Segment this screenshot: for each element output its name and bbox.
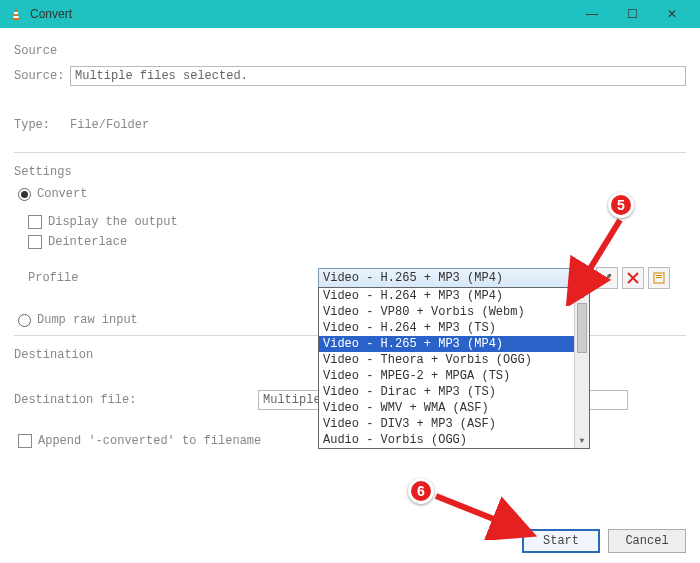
display-output-label: Display the output: [48, 215, 178, 229]
profile-option[interactable]: Video - H.264 + MP3 (TS): [319, 320, 589, 336]
new-profile-button[interactable]: [648, 267, 670, 289]
profile-dropdown[interactable]: Video - H.264 + MP3 (MP4) Video - VP80 +…: [318, 287, 590, 449]
minimize-button[interactable]: —: [572, 0, 612, 28]
append-converted-label: Append '-converted' to filename: [38, 434, 261, 448]
profile-option[interactable]: Video - Theora + Vorbis (OGG): [319, 352, 589, 368]
source-section-label: Source: [14, 44, 686, 58]
profile-option[interactable]: Video - VP80 + Vorbis (Webm): [319, 304, 589, 320]
convert-radio[interactable]: [18, 188, 31, 201]
svg-rect-1: [14, 12, 18, 14]
delete-profile-button[interactable]: [622, 267, 644, 289]
deinterlace-label: Deinterlace: [48, 235, 127, 249]
profile-selected-text: Video - H.265 + MP3 (MP4): [323, 271, 503, 285]
profile-option[interactable]: Video - Dirac + MP3 (TS): [319, 384, 589, 400]
profile-label: Profile: [28, 271, 118, 285]
profile-option-selected[interactable]: Video - H.265 + MP3 (MP4): [319, 336, 589, 352]
chevron-down-icon: [577, 275, 585, 280]
type-value: File/Folder: [70, 118, 149, 132]
dropdown-scrollbar[interactable]: ▲ ▼: [574, 288, 589, 448]
new-profile-icon: [653, 272, 665, 284]
edit-profile-button[interactable]: [596, 267, 618, 289]
source-input[interactable]: [70, 66, 686, 86]
wrench-icon: [600, 271, 614, 285]
start-button[interactable]: Start: [522, 529, 600, 553]
callout-5: 5: [608, 192, 634, 218]
titlebar: Convert — ☐ ✕: [0, 0, 700, 28]
svg-rect-2: [14, 16, 19, 18]
profile-option[interactable]: Audio - Vorbis (OGG): [319, 432, 589, 448]
divider: [14, 152, 686, 153]
append-converted-checkbox[interactable]: [18, 434, 32, 448]
svg-line-9: [436, 496, 526, 532]
settings-section-label: Settings: [14, 165, 686, 179]
vlc-icon: [8, 6, 24, 22]
display-output-checkbox[interactable]: [28, 215, 42, 229]
convert-radio-row[interactable]: Convert: [18, 187, 686, 201]
cancel-button[interactable]: Cancel: [608, 529, 686, 553]
type-label: Type:: [14, 118, 70, 132]
maximize-button[interactable]: ☐: [612, 0, 652, 28]
close-button[interactable]: ✕: [652, 0, 692, 28]
profile-option[interactable]: Video - H.264 + MP3 (MP4): [319, 288, 589, 304]
convert-radio-label: Convert: [37, 187, 87, 201]
svg-rect-4: [656, 275, 662, 276]
dump-raw-radio[interactable]: [18, 314, 31, 327]
dump-raw-label: Dump raw input: [37, 313, 138, 327]
deinterlace-row[interactable]: Deinterlace: [28, 235, 686, 249]
window-title: Convert: [30, 7, 572, 21]
profile-option[interactable]: Video - MPEG-2 + MPGA (TS): [319, 368, 589, 384]
source-label: Source:: [14, 69, 70, 83]
delete-x-icon: [627, 272, 639, 284]
destination-file-label: Destination file:: [14, 393, 144, 407]
scroll-down-icon[interactable]: ▼: [575, 433, 589, 448]
svg-rect-5: [656, 277, 662, 278]
deinterlace-checkbox[interactable]: [28, 235, 42, 249]
profile-option[interactable]: Video - DIV3 + MP3 (ASF): [319, 416, 589, 432]
display-output-row[interactable]: Display the output: [28, 215, 686, 229]
profile-option[interactable]: Video - WMV + WMA (ASF): [319, 400, 589, 416]
scroll-up-icon[interactable]: ▲: [575, 288, 589, 303]
scroll-thumb[interactable]: [577, 303, 587, 353]
callout-6: 6: [408, 478, 434, 504]
profile-combobox[interactable]: Video - H.265 + MP3 (MP4): [318, 268, 590, 288]
